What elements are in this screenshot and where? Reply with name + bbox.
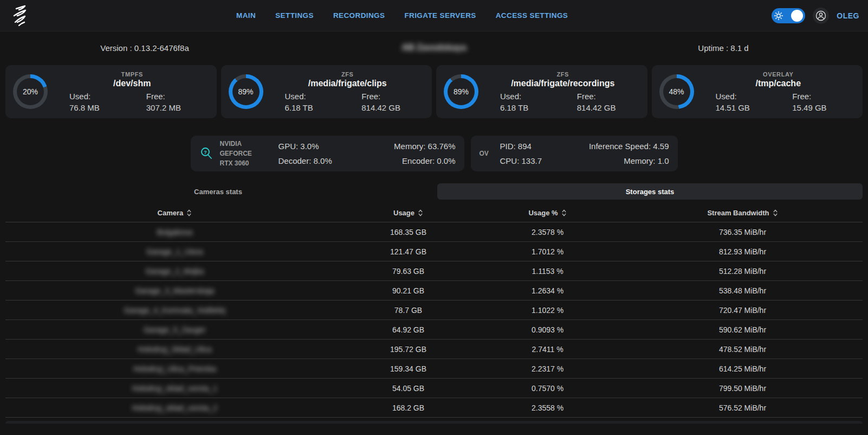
sun-icon — [774, 11, 783, 21]
storages-stats-table: Camera Usage Usage % Stream Bandwidth Bu… — [5, 204, 863, 418]
server-name-blurred: AB Zavodskaya — [401, 43, 466, 52]
nav-item-main[interactable]: MAIN — [236, 11, 256, 20]
filesystem-type-label: ZFS — [271, 71, 425, 78]
usage-cell: 79.63 GB — [344, 267, 472, 276]
usage-pct-cell: 1.1153 % — [472, 267, 623, 276]
column-header-camera[interactable]: Camera — [5, 209, 344, 217]
storage-usage-percent: 89% — [454, 87, 469, 96]
usage-pct-cell: 1.7012 % — [472, 247, 623, 256]
table-header-row: Camera Usage Usage % Stream Bandwidth — [5, 204, 863, 222]
gpu-stats-left: GPU: 3.0% Decoder: 8.0% — [278, 139, 332, 168]
bandwidth-cell: 812.93 MiB/hr — [623, 247, 863, 256]
detector-cpu: CPU: 133.7 — [500, 153, 542, 168]
bandwidth-cell: 799.50 MiB/hr — [623, 384, 863, 393]
storage-usage-percent: 89% — [238, 87, 253, 96]
nav-item-access-settings[interactable]: ACCESS SETTINGS — [496, 11, 568, 20]
usage-cell: 90.21 GB — [344, 286, 472, 295]
detector-memory: Memory: 1.0 — [589, 153, 669, 168]
tab-cameras-stats[interactable]: Cameras stats — [5, 183, 431, 200]
usage-cell: 54.05 GB — [344, 384, 472, 393]
usage-pct-cell: 2.3578 % — [472, 228, 623, 236]
usage-cell: 159.34 GB — [344, 364, 472, 373]
storage-usage-percent: 20% — [23, 87, 38, 96]
storage-usage-percent: 48% — [669, 87, 684, 96]
camera-name-blurred: Garage_5_Zauger — [144, 325, 205, 334]
process-cards-row: ? NVIDIA GEFORCE RTX 3060 GPU: 3.0% Deco… — [0, 136, 868, 171]
used-value: 6.18 TB — [271, 103, 348, 112]
uptime-label: Uptime : 8.1 d — [579, 43, 868, 53]
table-row: Holodnyj_sklad_vorota_1 54.05 GB 0.7570 … — [5, 379, 863, 398]
free-value: 814.42 GB — [563, 103, 640, 112]
nav-item-frigate-servers[interactable]: FRIGATE SERVERS — [404, 11, 476, 20]
camera-name-blurred: Garage_4_Komnata_Voditelej — [124, 306, 225, 315]
gpu-name-label: NVIDIA GEFORCE RTX 3060 — [220, 139, 272, 168]
storage-usage-donut: 89% — [229, 74, 263, 109]
used-label: Used: — [271, 92, 348, 101]
usage-cell: 64.92 GB — [344, 325, 472, 334]
username-label[interactable]: OLEG — [837, 11, 859, 20]
sort-icon[interactable] — [186, 209, 192, 217]
info-row: Version : 0.13.2-6476f8a AB Zavodskaya U… — [0, 40, 868, 55]
usage-pct-cell: 2.3558 % — [472, 404, 623, 412]
used-label: Used: — [55, 92, 132, 101]
filesystem-type-label: ZFS — [486, 71, 640, 78]
free-value: 307.2 MB — [132, 103, 209, 112]
used-value: 14.51 GB — [702, 103, 779, 112]
storage-usage-donut: 20% — [13, 74, 48, 109]
toggle-knob — [791, 10, 803, 22]
detector-stats-right: Inference Speed: 4.59 Memory: 1.0 — [589, 139, 669, 168]
gpu-usage: GPU: 3.0% — [278, 139, 332, 153]
used-value: 6.18 TB — [486, 103, 563, 112]
detector-stats-left: PID: 894 CPU: 133.7 — [500, 139, 542, 168]
top-navbar: MAIN SETTINGS RECORDINGS FRIGATE SERVERS… — [0, 0, 868, 31]
frigate-logo-icon[interactable] — [9, 4, 33, 28]
table-row: Holodnyj_sklad_vorota_2 168.2 GB 2.3558 … — [5, 398, 863, 418]
usage-pct-cell: 2.2317 % — [472, 364, 623, 373]
used-label: Used: — [486, 92, 563, 101]
mount-path-label: /dev/shm — [55, 79, 209, 88]
table-row: Holodnyj_Ulica_Priemka 159.34 GB 2.2317 … — [5, 359, 863, 379]
filesystem-type-label: OVERLAY — [702, 71, 856, 78]
detector-card: OV PID: 894 CPU: 133.7 Inference Speed: … — [471, 136, 678, 171]
storage-card: 20% TMPFS /dev/shm Used: Free: 76.8 MB 3… — [5, 65, 217, 118]
nav-right-controls: OLEG — [772, 8, 859, 24]
camera-name-blurred: Bulgakova — [157, 228, 192, 236]
mount-path-label: /tmp/cache — [702, 79, 856, 88]
table-row: Garage_4_Komnata_Voditelej 78.7 GB 1.102… — [5, 300, 863, 320]
user-avatar-icon[interactable] — [813, 8, 829, 24]
table-row: Garage_2_Mojka 79.63 GB 1.1153 % 512.28 … — [5, 261, 863, 281]
mount-path-label: /media/frigate/clips — [271, 79, 425, 88]
tab-storages-stats[interactable]: Storages stats — [437, 183, 863, 200]
usage-pct-cell: 1.1022 % — [472, 306, 623, 315]
storage-card: 48% OVERLAY /tmp/cache Used: Free: 14.51… — [652, 65, 863, 118]
usage-cell: 168.35 GB — [344, 228, 472, 236]
gpu-card: ? NVIDIA GEFORCE RTX 3060 GPU: 3.0% Deco… — [191, 136, 464, 171]
used-label: Used: — [702, 92, 779, 101]
bandwidth-cell: 590.62 MiB/hr — [623, 325, 863, 334]
camera-name-blurred: Holodnyj_Ulica_Priemka — [133, 364, 216, 373]
free-label: Free: — [563, 92, 640, 101]
used-value: 76.8 MB — [55, 103, 132, 112]
theme-toggle[interactable] — [772, 8, 805, 23]
camera-name-blurred: Holodnyj_sklad_vorota_1 — [132, 384, 217, 393]
sort-icon[interactable] — [418, 209, 423, 217]
filesystem-type-label: TMPFS — [55, 71, 209, 78]
column-header-usage[interactable]: Usage — [344, 209, 472, 217]
column-header-usage-pct[interactable]: Usage % — [472, 209, 623, 217]
nav-item-recordings[interactable]: RECORDINGS — [333, 11, 385, 20]
storage-usage-donut: 48% — [659, 74, 694, 109]
camera-name-blurred: Garage_2_Mojka — [146, 267, 204, 276]
usage-cell: 195.72 GB — [344, 345, 472, 354]
camera-name-blurred: Holodnyj_Sklad_Ulica — [138, 345, 211, 354]
sort-icon[interactable] — [773, 209, 778, 217]
sort-icon[interactable] — [561, 209, 567, 217]
gpu-search-icon: ? — [199, 146, 213, 161]
detector-inference-speed: Inference Speed: 4.59 — [589, 139, 669, 153]
bandwidth-cell: 614.25 MiB/hr — [623, 364, 863, 373]
nav-links: MAIN SETTINGS RECORDINGS FRIGATE SERVERS… — [33, 11, 772, 20]
free-value: 15.49 GB — [778, 103, 855, 112]
gpu-encoder: Encoder: 0.0% — [394, 153, 455, 168]
nav-item-settings[interactable]: SETTINGS — [275, 11, 314, 20]
camera-name-blurred: Holodnyj_sklad_vorota_2 — [132, 404, 217, 412]
column-header-stream-bandwidth[interactable]: Stream Bandwidth — [623, 209, 863, 217]
